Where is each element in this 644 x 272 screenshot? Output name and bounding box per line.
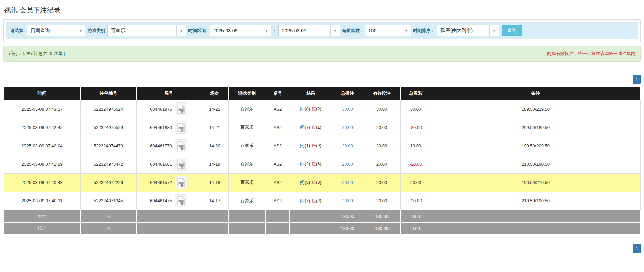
result-player: 闲: [300, 125, 304, 130]
query-type-input[interactable]: [27, 25, 76, 36]
cell-game-type: 百家乐: [228, 100, 266, 118]
header-game-type: 游戏类别: [228, 87, 266, 100]
table-header-row: 时间 注单编号 局号 场次 游戏类别 桌号 结果 总投注 有效投注 总派彩 备注: [4, 87, 640, 100]
result-player: 闲: [300, 161, 304, 166]
result-banker-count: (9): [316, 143, 321, 148]
result-banker-count: (2): [316, 106, 321, 111]
video-replay-button[interactable]: [175, 158, 187, 171]
round-no: 604461773: [150, 143, 172, 148]
page-title: 视讯 会员下注纪录: [0, 0, 644, 19]
cell-table-no: AS2: [266, 173, 290, 192]
header-round-no: 局号: [136, 87, 201, 100]
empty-cell: [228, 210, 266, 222]
cell-payout: -20.00: [400, 118, 431, 137]
cell-remark: 190.50/209.50: [431, 137, 640, 155]
total-bet-link[interactable]: 20.00: [342, 125, 353, 130]
chevron-down-icon[interactable]: ▼: [262, 25, 271, 36]
filter-panel: 请选择: ▼ 游戏类别 ▼ 时间区间: ▼ ~ ▼ 每页笔数 : ▼ 时间排序：…: [3, 19, 641, 42]
game-type-combobox: ▼: [107, 25, 186, 36]
select-type-label: 请选择:: [10, 28, 25, 34]
time-sort-input[interactable]: [437, 25, 489, 36]
summary-bar: 币别：人民币 | 总共 :6 注单 | 同局有效投注，统一计算在该局第一张注单内: [3, 46, 641, 62]
date-to-input[interactable]: [279, 25, 330, 36]
empty-cell: [431, 210, 640, 222]
total-bet-link[interactable]: 30.00: [342, 107, 353, 112]
video-replay-button[interactable]: [175, 194, 187, 207]
chevron-down-icon[interactable]: ▼: [489, 25, 499, 36]
cell-order-no: 522324976624: [80, 100, 136, 118]
video-replay-button[interactable]: [175, 121, 187, 134]
game-type-input[interactable]: [108, 25, 176, 36]
total-bet-link[interactable]: 20.00: [342, 198, 353, 203]
video-file-icon: [177, 196, 185, 205]
table-row: 2025-03-09 07:42:04 522324974473 6044617…: [4, 137, 640, 155]
page-1-button[interactable]: 1: [633, 75, 641, 84]
empty-cell: [136, 210, 201, 222]
page-1-button[interactable]: 1: [633, 244, 641, 253]
video-replay-button[interactable]: [175, 102, 187, 115]
cell-total-bet: 30.00: [332, 100, 363, 118]
header-total-bet: 总投注: [332, 87, 363, 100]
total-bet-link[interactable]: 20.00: [342, 162, 353, 167]
time-sort-combobox: ▼: [437, 25, 499, 36]
cell-payout: -20.00: [400, 155, 431, 173]
video-replay-button[interactable]: [175, 176, 187, 189]
cell-total-bet: 20.00: [332, 155, 363, 173]
cell-table-no: AS2: [266, 137, 290, 155]
header-table-no: 桌号: [266, 87, 290, 100]
empty-cell: [266, 210, 290, 222]
time-range-label: 时间区间:: [188, 28, 207, 34]
result-banker-count: (2): [316, 198, 321, 203]
table-row: 2025-03-09 07:41:29 522324973472 6044616…: [4, 155, 640, 173]
cell-order-no: 522324973472: [80, 155, 136, 173]
cell-order-no: 522324974473: [80, 137, 136, 155]
result-banker: 庄: [312, 180, 316, 185]
query-type-combobox: ▼: [27, 25, 85, 36]
header-payout: 总派彩: [400, 87, 431, 100]
cell-order-no: 522324972226: [80, 173, 136, 192]
result-player-count: (7): [304, 198, 310, 203]
cell-round-no: 604461976: [136, 100, 201, 118]
subtotal-label: 小计: [4, 210, 80, 222]
result-player-count: (8): [304, 106, 310, 111]
total-valid-bet: 130.00: [363, 222, 400, 235]
subtotal-row: 小计 6 130.00 130.00 9.00: [4, 210, 640, 222]
bet-records-table: 时间 注单编号 局号 场次 游戏类别 桌号 结果 总投注 有效投注 总派彩 备注…: [3, 87, 641, 235]
cell-session: 14-18: [201, 173, 228, 192]
page-size-input[interactable]: [365, 25, 401, 36]
cell-total-bet: 20.00: [332, 192, 363, 210]
total-bet-link[interactable]: 20.00: [342, 180, 353, 185]
time-sort-label: 时间排序：: [413, 28, 435, 34]
result-banker: 庄: [312, 143, 316, 148]
chevron-down-icon[interactable]: ▼: [176, 25, 186, 36]
cell-payout: 30.00: [400, 100, 431, 118]
empty-cell: [290, 210, 332, 222]
cell-payout: 19.00: [400, 137, 431, 155]
result-player-count: (1): [304, 143, 310, 148]
cell-game-type: 百家乐: [228, 137, 266, 155]
empty-cell: [201, 222, 228, 235]
cell-valid-bet: 20.00: [363, 192, 400, 210]
date-from-input[interactable]: [210, 25, 262, 36]
chevron-down-icon[interactable]: ▼: [76, 25, 85, 36]
chevron-down-icon[interactable]: ▼: [401, 25, 411, 36]
total-total-bet: 130.00: [332, 222, 363, 235]
result-player: 闲: [300, 198, 304, 203]
subtotal-valid-bet: 130.00: [363, 210, 400, 222]
cell-time: 2025-03-09 07:42:42: [4, 118, 80, 137]
chevron-down-icon[interactable]: ▼: [330, 25, 340, 36]
search-button[interactable]: 查询: [502, 25, 522, 36]
cell-game-type: 百家乐: [228, 155, 266, 173]
round-no: 604461572: [150, 180, 172, 185]
cell-valid-bet: 30.00: [363, 100, 400, 118]
cell-session: 14-17: [201, 192, 228, 210]
header-time: 时间: [4, 87, 80, 100]
cell-game-type: 百家乐: [228, 118, 266, 137]
cell-remark: 209.50/189.50: [431, 118, 640, 137]
cell-result: 闲(1)庄(9): [290, 137, 332, 155]
total-bet-link[interactable]: 20.00: [342, 143, 353, 148]
video-file-icon: [177, 105, 185, 114]
total-count: 6: [80, 222, 136, 235]
video-replay-button[interactable]: [175, 139, 187, 152]
cell-result: 闲(7)庄(1): [290, 118, 332, 137]
